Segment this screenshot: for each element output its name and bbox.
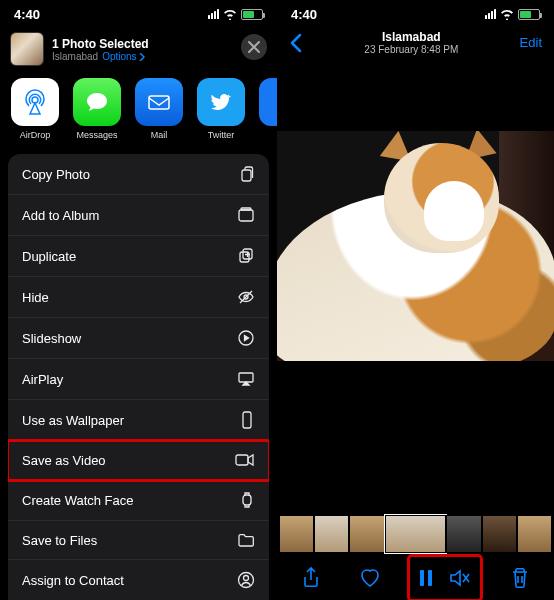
photo-viewport[interactable]: [277, 131, 554, 361]
status-time: 4:40: [291, 7, 317, 22]
photo-timestamp: 23 February 8:48 PM: [364, 44, 458, 55]
photo-content: [277, 131, 554, 361]
action-list: Copy Photo Add to Album Duplicate Hide S…: [8, 154, 269, 600]
delete-button[interactable]: [500, 558, 540, 598]
speaker-muted-icon: [449, 569, 471, 587]
album-icon: [237, 206, 255, 224]
status-time: 4:40: [14, 7, 40, 22]
action-duplicate[interactable]: Duplicate: [8, 236, 269, 277]
photo-viewer-screen: 4:40 Islamabad 23 February 8:48 PM Edit: [277, 0, 554, 600]
contact-icon: [237, 571, 255, 589]
svg-rect-4: [241, 208, 251, 210]
close-button[interactable]: [241, 34, 267, 60]
svg-rect-11: [236, 455, 248, 465]
viewer-header: Islamabad 23 February 8:48 PM Edit: [277, 26, 554, 61]
back-button[interactable]: [289, 33, 303, 53]
twitter-icon: [197, 78, 245, 126]
svg-rect-1: [149, 96, 169, 109]
share-header: 1 Photo Selected Islamabad Options: [0, 26, 277, 76]
battery-icon: [518, 9, 540, 20]
selected-photo-thumbnail[interactable]: [10, 32, 44, 66]
action-assign-to-contact[interactable]: Assign to Contact: [8, 560, 269, 600]
share-title: 1 Photo Selected: [52, 37, 149, 51]
folder-icon: [237, 532, 255, 548]
battery-icon: [241, 9, 263, 20]
app-mail[interactable]: Mail: [134, 78, 184, 140]
status-bar: 4:40: [277, 0, 554, 26]
heart-icon: [359, 568, 381, 588]
facebook-icon: [259, 78, 277, 126]
photo-location: Islamabad: [364, 30, 458, 44]
svg-rect-10: [243, 412, 251, 428]
share-app-row[interactable]: AirDrop Messages Mail Twitter: [0, 76, 277, 154]
options-link[interactable]: Options: [102, 51, 145, 62]
action-create-watch-face[interactable]: Create Watch Face: [8, 480, 269, 521]
action-copy-photo[interactable]: Copy Photo: [8, 154, 269, 195]
share-icon: [301, 566, 321, 590]
action-use-as-wallpaper[interactable]: Use as Wallpaper: [8, 400, 269, 441]
wifi-icon: [223, 9, 237, 20]
wifi-icon: [500, 9, 514, 20]
action-hide[interactable]: Hide: [8, 277, 269, 318]
phone-icon: [239, 411, 255, 429]
svg-rect-9: [239, 373, 253, 382]
share-button[interactable]: [291, 558, 331, 598]
svg-rect-12: [243, 495, 251, 505]
watch-icon: [239, 491, 255, 509]
action-slideshow[interactable]: Slideshow: [8, 318, 269, 359]
action-save-to-files[interactable]: Save to Files: [8, 521, 269, 560]
svg-rect-20: [428, 570, 432, 586]
eye-slash-icon: [237, 288, 255, 306]
playback-controls: [409, 556, 481, 600]
thumbnail-selected[interactable]: [385, 515, 447, 553]
thumbnail[interactable]: [517, 515, 552, 553]
messages-icon: [73, 78, 121, 126]
thumbnail[interactable]: [279, 515, 314, 553]
chevron-left-icon: [289, 33, 303, 53]
pause-button[interactable]: [419, 558, 433, 598]
thumbnail[interactable]: [349, 515, 384, 553]
svg-rect-3: [239, 210, 253, 221]
thumbnail-strip[interactable]: [277, 512, 554, 556]
share-subtitle: Islamabad: [52, 51, 98, 62]
app-messages[interactable]: Messages: [72, 78, 122, 140]
play-circle-icon: [237, 329, 255, 347]
pause-icon: [419, 569, 433, 587]
copy-icon: [237, 165, 255, 183]
thumbnail[interactable]: [482, 515, 517, 553]
duplicate-icon: [237, 247, 255, 265]
close-icon: [248, 41, 260, 53]
app-airdrop[interactable]: AirDrop: [10, 78, 60, 140]
thumbnail[interactable]: [446, 515, 481, 553]
airdrop-icon: [11, 78, 59, 126]
action-airplay[interactable]: AirPlay: [8, 359, 269, 400]
chevron-right-icon: [139, 53, 145, 61]
cellular-icon: [485, 9, 496, 19]
mail-icon: [135, 78, 183, 126]
app-facebook[interactable]: Fa: [258, 78, 277, 140]
status-bar: 4:40: [0, 0, 277, 26]
video-icon: [235, 452, 255, 468]
edit-button[interactable]: Edit: [520, 35, 542, 50]
mute-button[interactable]: [449, 558, 471, 598]
airplay-icon: [237, 370, 255, 388]
thumbnail[interactable]: [314, 515, 349, 553]
action-save-as-video[interactable]: Save as Video: [8, 441, 269, 480]
status-indicators: [485, 9, 540, 20]
action-add-to-album[interactable]: Add to Album: [8, 195, 269, 236]
svg-rect-19: [420, 570, 424, 586]
cellular-icon: [208, 9, 219, 19]
photo-toolbar: [277, 556, 554, 600]
favorite-button[interactable]: [350, 558, 390, 598]
status-indicators: [208, 9, 263, 20]
app-twitter[interactable]: Twitter: [196, 78, 246, 140]
share-sheet-screen: 4:40 1 Photo Selected Islamabad Options: [0, 0, 277, 600]
svg-point-14: [244, 576, 249, 581]
trash-icon: [510, 567, 530, 589]
svg-rect-2: [242, 170, 251, 181]
